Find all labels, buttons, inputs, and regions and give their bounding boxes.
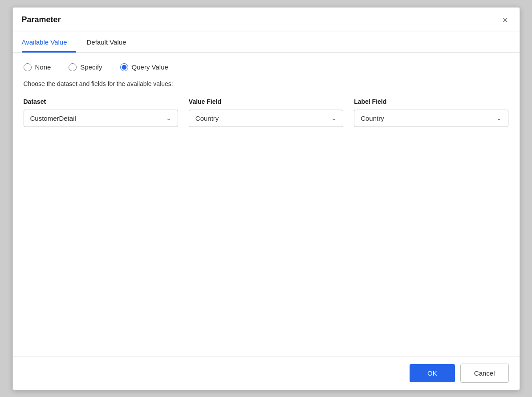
label-field-group: Label Field Country ⌄ (354, 98, 508, 127)
parameter-dialog: Parameter × Available Value Default Valu… (12, 7, 520, 390)
fields-row: Dataset CustomerDetail ⌄ Value Field Cou… (24, 98, 509, 127)
dialog-header: Parameter × (13, 8, 520, 32)
dataset-field-group: Dataset CustomerDetail ⌄ (24, 98, 178, 127)
radio-group: None Specify Query Value (24, 63, 509, 71)
radio-specify[interactable] (69, 63, 77, 71)
value-field-value: Country (195, 115, 219, 122)
value-field-chevron-icon: ⌄ (331, 115, 337, 122)
value-field-group: Value Field Country ⌄ (189, 98, 343, 127)
tabs-container: Available Value Default Value (13, 32, 520, 53)
radio-none[interactable] (24, 63, 32, 71)
dialog-footer: OK Cancel (13, 356, 520, 390)
radio-none-label[interactable]: None (24, 63, 51, 71)
value-field-label: Value Field (189, 98, 343, 105)
label-field-value: Country (361, 115, 384, 122)
radio-specify-label[interactable]: Specify (69, 63, 102, 71)
close-button[interactable]: × (500, 15, 511, 25)
label-field-label: Label Field (354, 98, 508, 105)
tab-available-value[interactable]: Available Value (22, 32, 76, 53)
tab-default-value[interactable]: Default Value (87, 32, 135, 53)
radio-query-value-text: Query Value (132, 63, 168, 71)
radio-query-value-label[interactable]: Query Value (120, 63, 168, 71)
dataset-label: Dataset (24, 98, 178, 105)
ok-button[interactable]: OK (410, 364, 455, 382)
label-field-dropdown[interactable]: Country ⌄ (354, 110, 508, 127)
cancel-button[interactable]: Cancel (460, 364, 509, 383)
dataset-dropdown[interactable]: CustomerDetail ⌄ (24, 110, 178, 127)
value-field-dropdown[interactable]: Country ⌄ (189, 110, 343, 127)
dialog-title: Parameter (22, 15, 61, 25)
radio-query-value[interactable] (120, 63, 128, 71)
dialog-body: None Specify Query Value Choose the data… (13, 53, 520, 356)
label-field-chevron-icon: ⌄ (496, 115, 502, 122)
radio-none-text: None (35, 63, 51, 71)
radio-specify-text: Specify (80, 63, 102, 71)
description-text: Choose the dataset and fields for the av… (24, 80, 509, 87)
dataset-chevron-icon: ⌄ (166, 115, 171, 122)
dataset-value: CustomerDetail (30, 115, 76, 122)
